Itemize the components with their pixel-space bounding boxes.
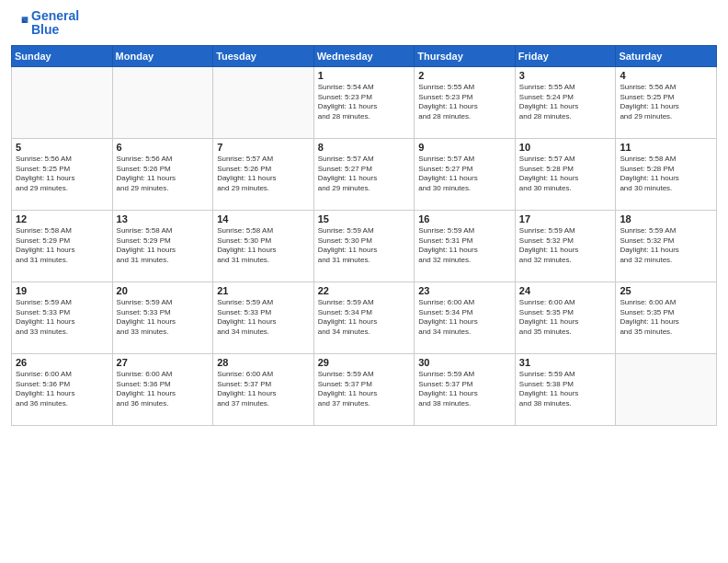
day-info: Sunrise: 6:00 AM Sunset: 5:36 PM Dayligh… xyxy=(16,370,108,409)
calendar-cell: 12Sunrise: 5:58 AM Sunset: 5:29 PM Dayli… xyxy=(12,210,113,282)
calendar-cell: 5Sunrise: 5:56 AM Sunset: 5:25 PM Daylig… xyxy=(12,138,113,210)
day-info: Sunrise: 5:59 AM Sunset: 5:37 PM Dayligh… xyxy=(318,370,411,409)
calendar-cell: 1Sunrise: 5:54 AM Sunset: 5:23 PM Daylig… xyxy=(313,66,415,138)
day-info: Sunrise: 5:59 AM Sunset: 5:37 PM Dayligh… xyxy=(418,370,511,409)
day-info: Sunrise: 5:59 AM Sunset: 5:33 PM Dayligh… xyxy=(16,298,108,338)
weekday-header-tuesday: Tuesday xyxy=(213,45,314,66)
day-info: Sunrise: 6:00 AM Sunset: 5:36 PM Dayligh… xyxy=(117,370,210,409)
day-number: 20 xyxy=(117,285,210,296)
day-number: 15 xyxy=(318,213,411,224)
day-info: Sunrise: 5:59 AM Sunset: 5:32 PM Dayligh… xyxy=(519,226,612,266)
day-info: Sunrise: 5:57 AM Sunset: 5:26 PM Dayligh… xyxy=(217,155,310,194)
day-number: 11 xyxy=(620,142,712,153)
day-number: 25 xyxy=(620,285,712,296)
weekday-header-sunday: Sunday xyxy=(12,45,113,66)
day-info: Sunrise: 5:57 AM Sunset: 5:28 PM Dayligh… xyxy=(519,155,612,194)
week-row-1: 1Sunrise: 5:54 AM Sunset: 5:23 PM Daylig… xyxy=(12,66,717,138)
day-number: 9 xyxy=(418,142,511,153)
calendar-cell: 25Sunrise: 6:00 AM Sunset: 5:35 PM Dayli… xyxy=(616,282,717,353)
calendar-cell xyxy=(112,66,213,138)
day-number: 18 xyxy=(620,213,712,224)
calendar-cell: 11Sunrise: 5:58 AM Sunset: 5:28 PM Dayli… xyxy=(616,138,717,210)
day-info: Sunrise: 5:59 AM Sunset: 5:31 PM Dayligh… xyxy=(418,226,511,266)
day-number: 14 xyxy=(217,213,310,224)
calendar-cell: 16Sunrise: 5:59 AM Sunset: 5:31 PM Dayli… xyxy=(415,210,516,282)
logo-icon xyxy=(11,14,29,32)
calendar-cell: 7Sunrise: 5:57 AM Sunset: 5:26 PM Daylig… xyxy=(213,138,314,210)
day-number: 1 xyxy=(318,70,411,81)
day-info: Sunrise: 5:56 AM Sunset: 5:26 PM Dayligh… xyxy=(117,155,210,194)
calendar-cell: 20Sunrise: 5:59 AM Sunset: 5:33 PM Dayli… xyxy=(112,282,213,353)
calendar-cell: 30Sunrise: 5:59 AM Sunset: 5:37 PM Dayli… xyxy=(415,353,516,425)
day-info: Sunrise: 5:57 AM Sunset: 5:27 PM Dayligh… xyxy=(318,155,411,194)
calendar-cell: 26Sunrise: 6:00 AM Sunset: 5:36 PM Dayli… xyxy=(12,353,113,425)
calendar-cell: 14Sunrise: 5:58 AM Sunset: 5:30 PM Dayli… xyxy=(213,210,314,282)
day-number: 27 xyxy=(117,357,210,368)
day-number: 23 xyxy=(418,285,511,296)
calendar-cell: 10Sunrise: 5:57 AM Sunset: 5:28 PM Dayli… xyxy=(515,138,616,210)
weekday-header-monday: Monday xyxy=(112,45,213,66)
day-info: Sunrise: 5:56 AM Sunset: 5:25 PM Dayligh… xyxy=(620,83,712,122)
day-number: 31 xyxy=(519,357,612,368)
day-info: Sunrise: 5:56 AM Sunset: 5:25 PM Dayligh… xyxy=(16,155,108,194)
day-info: Sunrise: 5:58 AM Sunset: 5:29 PM Dayligh… xyxy=(16,226,108,266)
calendar-cell: 3Sunrise: 5:55 AM Sunset: 5:24 PM Daylig… xyxy=(515,66,616,138)
day-number: 13 xyxy=(117,213,210,224)
week-row-3: 12Sunrise: 5:58 AM Sunset: 5:29 PM Dayli… xyxy=(12,210,717,282)
week-row-5: 26Sunrise: 6:00 AM Sunset: 5:36 PM Dayli… xyxy=(12,353,717,425)
day-info: Sunrise: 5:57 AM Sunset: 5:27 PM Dayligh… xyxy=(418,155,511,194)
calendar-cell: 27Sunrise: 6:00 AM Sunset: 5:36 PM Dayli… xyxy=(112,353,213,425)
calendar-cell: 19Sunrise: 5:59 AM Sunset: 5:33 PM Dayli… xyxy=(12,282,113,353)
day-info: Sunrise: 5:59 AM Sunset: 5:38 PM Dayligh… xyxy=(519,370,612,409)
day-number: 6 xyxy=(117,142,210,153)
calendar-cell: 31Sunrise: 5:59 AM Sunset: 5:38 PM Dayli… xyxy=(515,353,616,425)
calendar-cell: 8Sunrise: 5:57 AM Sunset: 5:27 PM Daylig… xyxy=(313,138,415,210)
day-info: Sunrise: 5:59 AM Sunset: 5:32 PM Dayligh… xyxy=(620,226,712,266)
day-number: 30 xyxy=(418,357,511,368)
week-row-4: 19Sunrise: 5:59 AM Sunset: 5:33 PM Dayli… xyxy=(12,282,717,353)
weekday-header-thursday: Thursday xyxy=(415,45,516,66)
calendar-cell: 23Sunrise: 6:00 AM Sunset: 5:34 PM Dayli… xyxy=(415,282,516,353)
week-row-2: 5Sunrise: 5:56 AM Sunset: 5:25 PM Daylig… xyxy=(12,138,717,210)
day-info: Sunrise: 5:54 AM Sunset: 5:23 PM Dayligh… xyxy=(318,83,411,122)
calendar-cell: 22Sunrise: 5:59 AM Sunset: 5:34 PM Dayli… xyxy=(313,282,415,353)
calendar-cell: 29Sunrise: 5:59 AM Sunset: 5:37 PM Dayli… xyxy=(313,353,415,425)
calendar-cell: 15Sunrise: 5:59 AM Sunset: 5:30 PM Dayli… xyxy=(313,210,415,282)
weekday-header-saturday: Saturday xyxy=(616,45,717,66)
day-info: Sunrise: 5:59 AM Sunset: 5:30 PM Dayligh… xyxy=(318,226,411,266)
day-number: 17 xyxy=(519,213,612,224)
logo: GeneralBlue xyxy=(11,9,79,38)
calendar-cell: 13Sunrise: 5:58 AM Sunset: 5:29 PM Dayli… xyxy=(112,210,213,282)
day-number: 3 xyxy=(519,70,612,81)
day-info: Sunrise: 6:00 AM Sunset: 5:35 PM Dayligh… xyxy=(620,298,712,338)
day-number: 12 xyxy=(16,213,108,224)
calendar-cell xyxy=(12,66,113,138)
day-number: 16 xyxy=(418,213,511,224)
day-number: 10 xyxy=(519,142,612,153)
calendar-cell: 21Sunrise: 5:59 AM Sunset: 5:33 PM Dayli… xyxy=(213,282,314,353)
day-number: 4 xyxy=(620,70,712,81)
weekday-header-wednesday: Wednesday xyxy=(313,45,415,66)
day-info: Sunrise: 5:59 AM Sunset: 5:33 PM Dayligh… xyxy=(217,298,310,338)
weekday-header-friday: Friday xyxy=(515,45,616,66)
calendar-cell: 24Sunrise: 6:00 AM Sunset: 5:35 PM Dayli… xyxy=(515,282,616,353)
calendar-cell: 6Sunrise: 5:56 AM Sunset: 5:26 PM Daylig… xyxy=(112,138,213,210)
calendar-table: SundayMondayTuesdayWednesdayThursdayFrid… xyxy=(11,45,717,426)
weekday-header-row: SundayMondayTuesdayWednesdayThursdayFrid… xyxy=(12,45,717,66)
day-info: Sunrise: 5:55 AM Sunset: 5:23 PM Dayligh… xyxy=(418,83,511,122)
calendar-cell: 4Sunrise: 5:56 AM Sunset: 5:25 PM Daylig… xyxy=(616,66,717,138)
logo-text: GeneralBlue xyxy=(31,9,79,38)
calendar-cell: 17Sunrise: 5:59 AM Sunset: 5:32 PM Dayli… xyxy=(515,210,616,282)
day-info: Sunrise: 5:58 AM Sunset: 5:30 PM Dayligh… xyxy=(217,226,310,266)
day-info: Sunrise: 6:00 AM Sunset: 5:34 PM Dayligh… xyxy=(418,298,511,338)
day-number: 7 xyxy=(217,142,310,153)
calendar-cell: 2Sunrise: 5:55 AM Sunset: 5:23 PM Daylig… xyxy=(415,66,516,138)
page-header: GeneralBlue xyxy=(11,9,717,38)
calendar-cell: 28Sunrise: 6:00 AM Sunset: 5:37 PM Dayli… xyxy=(213,353,314,425)
day-number: 19 xyxy=(16,285,108,296)
day-number: 22 xyxy=(318,285,411,296)
day-info: Sunrise: 5:55 AM Sunset: 5:24 PM Dayligh… xyxy=(519,83,612,122)
day-number: 26 xyxy=(16,357,108,368)
day-number: 21 xyxy=(217,285,310,296)
day-number: 5 xyxy=(16,142,108,153)
